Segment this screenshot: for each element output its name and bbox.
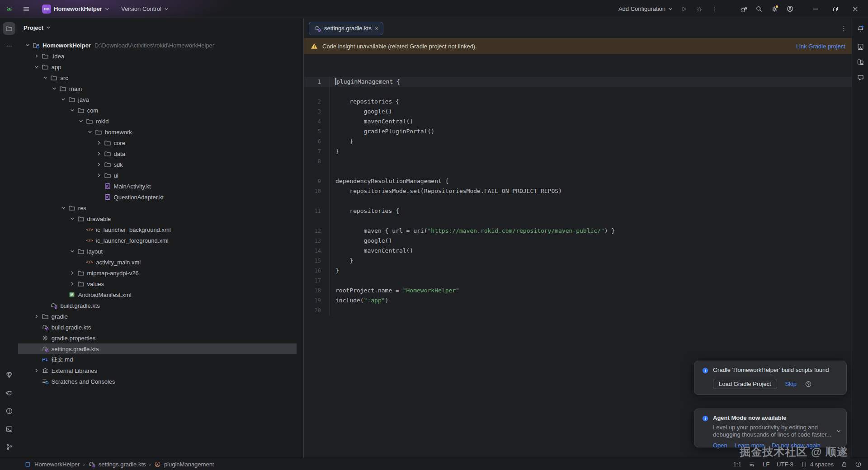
line-number[interactable] [304,216,329,226]
tree-item-values[interactable]: values [18,278,303,289]
code-line-15[interactable]: 15 } [304,256,852,266]
code-line-text[interactable]: } [329,266,852,276]
tree-item-homeworkhelper[interactable]: HomeworkHelperD:\Download\Activities\rok… [18,40,303,51]
code-line-8[interactable]: 8 [304,156,852,166]
code-line-text[interactable]: gradlePluginPortal() [329,127,852,136]
code-line-text[interactable]: include(":app") [329,296,852,306]
chevron-right-icon[interactable] [33,367,40,374]
line-number[interactable]: 17 [304,276,329,286]
line-number[interactable]: 1 [304,77,329,87]
chevron-down-icon[interactable] [69,107,76,114]
line-number[interactable]: 12 [304,226,329,236]
tree-item-activity-main.xml[interactable]: </>activity_main.xml [18,257,303,268]
line-number[interactable]: 2 [304,97,329,107]
tree-item-external-libraries[interactable]: External Libraries [18,365,303,376]
tab-options-kebab-icon[interactable]: ⋮ [840,24,847,33]
line-number[interactable]: 8 [304,156,329,166]
code-line-text[interactable]: rootProject.name = "HomeworkHelper" [329,286,852,296]
skip-link[interactable]: Skip [785,381,797,387]
tree-item-scratches-and-consoles[interactable]: Scratches and Consoles [18,376,303,387]
code-line-blank[interactable] [304,87,852,97]
chevron-down-icon[interactable] [60,96,67,103]
search-everywhere-icon[interactable] [752,3,766,15]
code-line-19[interactable]: 19include(":app") [304,296,852,306]
gem-icon[interactable] [3,368,15,381]
chevron-right-icon[interactable] [95,172,103,179]
exclamation-circle-icon[interactable] [855,461,862,468]
code-line-text[interactable]: google() [329,107,852,117]
chevron-down-icon[interactable] [836,429,841,433]
line-number[interactable]: 11 [304,206,329,216]
code-line-text[interactable]: repositoriesMode.set(RepositoriesMode.FA… [329,186,852,196]
code-line-14[interactable]: 14 mavenCentral() [304,246,852,256]
code-line-text[interactable] [329,216,852,226]
project-panel-header[interactable]: Project [18,19,303,37]
tree-item-gradle[interactable]: gradle [18,311,303,322]
code-line-text[interactable]: google() [329,236,852,246]
line-number[interactable]: 3 [304,107,329,117]
terminal-icon[interactable] [3,423,15,435]
tree-item-questionadapter.kt[interactable]: QuestionAdapter.kt [18,192,303,202]
caret-position-widget[interactable]: 1:1 [733,461,741,468]
vcs-widget[interactable]: Version Control [118,4,171,14]
device-manager-icon[interactable] [854,40,867,53]
code-line-text[interactable]: repositories { [329,97,852,107]
line-number[interactable]: 10 [304,186,329,196]
gemini-chat-icon[interactable] [854,71,867,84]
profiler-icon[interactable] [737,3,750,15]
chevron-right-icon[interactable] [69,269,76,277]
breadcrumb-symbol[interactable]: pluginManagement [164,461,214,468]
code-line-text[interactable]: maven { url = uri("https://maven.rokid.c… [329,226,852,236]
account-avatar-icon[interactable] [783,3,797,15]
line-number[interactable]: 16 [304,266,329,276]
line-number[interactable]: 14 [304,246,329,256]
window-minimize-button[interactable] [807,1,825,17]
code-line-2[interactable]: 2 repositories { [304,97,852,107]
tree-item-androidmanifest.xml[interactable]: MAndroidManifest.xml [18,289,303,300]
tree-item-src[interactable]: src [18,72,303,83]
encoding-widget[interactable]: UTF-8 [777,461,793,468]
chevron-down-icon[interactable] [86,128,94,136]
tree-item-com[interactable]: com [18,105,303,116]
chevron-down-icon[interactable] [69,215,76,222]
tree-item-homework[interactable]: homework [18,127,303,137]
chevron-down-icon[interactable] [69,248,76,255]
project-tool-icon[interactable] [3,22,15,35]
tree-item-rokid[interactable]: rokid [18,116,303,127]
tree-item-settings.gradle.kts[interactable]: settings.gradle.kts [18,343,297,354]
line-number[interactable]: 15 [304,256,329,266]
chevron-right-icon[interactable] [33,52,40,60]
line-number[interactable]: 4 [304,117,329,127]
tree-item-build.gradle.kts[interactable]: build.gradle.kts [18,322,303,333]
chevron-right-icon[interactable] [69,280,76,287]
git-branch-icon[interactable] [3,441,15,453]
tree-item-ic-launcher-background.xml[interactable]: </>ic_launcher_background.xml [18,224,303,235]
open-link[interactable]: Open [713,442,727,449]
line-number[interactable]: 7 [304,146,329,156]
code-line-text[interactable] [329,156,852,166]
tab-settings-gradle-kts[interactable]: settings.gradle.kts × [309,22,383,35]
more-actions-icon[interactable]: ⋮ [708,3,722,15]
chevron-down-icon[interactable] [33,63,40,70]
line-number[interactable] [304,166,329,176]
cat-icon[interactable] [3,386,15,399]
code-line-text[interactable]: repositories { [329,206,852,216]
window-restore-button[interactable] [826,1,844,17]
code-line-17[interactable]: 17 [304,276,852,286]
code-line-blank[interactable] [304,216,852,226]
chevron-right-icon[interactable] [95,139,103,146]
code-line-text[interactable] [329,87,852,97]
code-line-text[interactable] [329,196,852,206]
code-line-blank[interactable] [304,166,852,176]
code-line-20[interactable]: 20 [304,306,852,315]
notifications-bell-icon[interactable] [854,22,867,35]
tree-item-ui[interactable]: ui [18,170,303,181]
window-close-button[interactable] [846,1,864,17]
code-line-text[interactable]: pluginManagement { [329,77,852,87]
link-gradle-project-link[interactable]: Link Gradle project [796,43,845,50]
line-number[interactable]: 5 [304,127,329,136]
tree-item-core[interactable]: core [18,137,303,148]
indent-widget[interactable]: 4 spaces [801,461,834,468]
code-line-7[interactable]: 7} [304,146,852,156]
tree-item-mainactivity.kt[interactable]: MainActivity.kt [18,181,303,192]
